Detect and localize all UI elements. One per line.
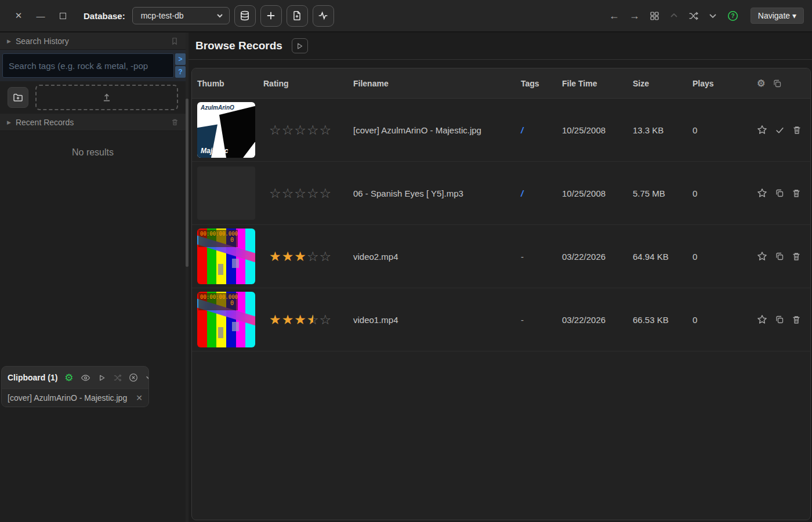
rating-star-icon[interactable]: ★☆ xyxy=(307,313,319,327)
eye-icon[interactable] xyxy=(81,373,90,383)
trash-icon[interactable] xyxy=(171,118,179,126)
maximize-window-icon[interactable] xyxy=(58,11,67,20)
help-icon[interactable]: ? xyxy=(727,10,738,21)
rating-star-icon[interactable]: ☆ xyxy=(320,187,332,200)
row-file-time: 10/25/2008 xyxy=(562,125,633,135)
back-arrow-icon[interactable]: ← xyxy=(609,10,619,22)
favorite-star-icon[interactable] xyxy=(757,188,767,198)
rating-stars: ☆☆☆☆☆ xyxy=(269,187,353,200)
column-header-filetime[interactable]: File Time xyxy=(562,79,633,88)
clipboard-header: Clipboard (1) ⚙ xyxy=(2,367,148,389)
column-header-plays[interactable]: Plays xyxy=(693,79,757,88)
rating-star-icon[interactable]: ☆ xyxy=(320,124,332,137)
copy-row-icon[interactable] xyxy=(775,188,784,198)
table-settings-icon[interactable]: ⚙ xyxy=(757,79,765,88)
grid-view-icon[interactable] xyxy=(650,11,659,21)
upload-icon xyxy=(102,92,112,103)
rating-star-icon[interactable]: ☆ xyxy=(307,187,319,200)
rating-star-icon[interactable]: ☆ xyxy=(269,124,281,137)
thumbnail-album-cover[interactable]: AzulmArinO Majestic xyxy=(197,102,255,158)
recent-records-header[interactable]: ▶ Recent Records xyxy=(0,114,186,131)
table-row[interactable]: ☆☆☆☆☆ 06 - Spanish Eyes [ Y5].mp3 / 10/2… xyxy=(192,162,810,225)
sidebar: ▶ Search History > ? ▶ Recent Records No… xyxy=(0,32,186,522)
row-tags[interactable]: - xyxy=(521,252,562,262)
rating-star-icon[interactable]: ★ xyxy=(269,250,281,263)
copied-check-icon[interactable] xyxy=(775,125,785,135)
rating-star-icon[interactable]: ☆ xyxy=(320,250,332,263)
column-header-thumb[interactable]: Thumb xyxy=(192,79,263,88)
close-window-icon[interactable]: ✕ xyxy=(14,11,23,20)
search-input[interactable] xyxy=(2,53,174,78)
database-icon xyxy=(240,10,250,21)
favorite-star-icon[interactable] xyxy=(757,125,767,135)
new-file-button[interactable] xyxy=(287,5,308,27)
favorite-star-icon[interactable] xyxy=(757,251,767,262)
row-filename[interactable]: video2.mp4 xyxy=(353,252,521,262)
rating-star-icon[interactable]: ★ xyxy=(294,313,306,327)
delete-row-icon[interactable] xyxy=(792,252,801,261)
rating-star-icon[interactable]: ★ xyxy=(282,250,294,263)
rating-star-icon[interactable]: ☆ xyxy=(307,250,319,263)
rating-star-icon[interactable]: ☆ xyxy=(294,187,306,200)
thumbnail-video-testpattern[interactable]: 00:00:00.000 0 xyxy=(197,229,255,284)
copy-columns-icon[interactable] xyxy=(773,79,782,88)
new-folder-button[interactable] xyxy=(8,87,28,108)
delete-row-icon[interactable] xyxy=(792,315,801,324)
rating-star-icon[interactable]: ☆ xyxy=(307,124,319,137)
clipboard-settings-icon[interactable]: ⚙ xyxy=(64,373,73,383)
chevron-down-icon[interactable] xyxy=(708,11,717,20)
thumbnail-video-testpattern[interactable]: 00:00:00.000 0 xyxy=(197,292,255,347)
timecode-overlay: 00:00:00.000 0 xyxy=(198,293,238,310)
table-row[interactable]: AzulmArinO Majestic ☆☆☆☆☆ [cover] AzulmA… xyxy=(192,99,810,162)
search-submit-button[interactable]: > xyxy=(175,53,186,65)
activity-button[interactable] xyxy=(313,5,334,27)
navigate-button[interactable]: Navigate ▾ xyxy=(751,8,804,24)
clipboard-item[interactable]: [cover] AzulmArinO - Majestic.jpg ✕ xyxy=(2,389,148,407)
column-header-filename[interactable]: Filename xyxy=(353,79,521,88)
row-filename[interactable]: [cover] AzulmArinO - Majestic.jpg xyxy=(353,125,521,135)
clear-clipboard-icon[interactable] xyxy=(129,373,138,382)
database-select[interactable]: mcp-test-db xyxy=(132,7,230,24)
copy-row-icon[interactable] xyxy=(775,315,784,324)
column-header-rating[interactable]: Rating xyxy=(263,79,353,88)
column-header-tags[interactable]: Tags xyxy=(521,79,562,88)
row-tags[interactable]: / xyxy=(521,188,562,198)
database-manage-button[interactable] xyxy=(234,5,256,27)
rating-star-icon[interactable]: ☆ xyxy=(320,313,332,327)
rating-star-icon[interactable]: ★ xyxy=(294,250,306,263)
minimize-window-icon[interactable]: — xyxy=(36,11,45,20)
bookmark-icon[interactable] xyxy=(171,37,179,45)
folder-plus-icon xyxy=(13,92,23,103)
search-history-header[interactable]: ▶ Search History xyxy=(0,32,186,50)
copy-row-icon[interactable] xyxy=(775,252,784,261)
row-filename[interactable]: 06 - Spanish Eyes [ Y5].mp3 xyxy=(353,188,521,198)
upload-dropzone[interactable] xyxy=(35,85,178,110)
delete-row-icon[interactable] xyxy=(792,188,801,198)
frame-number-text: 0 xyxy=(200,300,236,306)
table-row[interactable]: 00:00:00.000 0 ★★★★☆☆ video1.mp4 - 03/22… xyxy=(192,288,810,351)
rating-star-icon[interactable]: ★ xyxy=(282,313,294,327)
search-help-button[interactable]: ? xyxy=(175,66,186,78)
rating-star-icon[interactable]: ☆ xyxy=(294,124,306,137)
shuffle-icon[interactable] xyxy=(688,11,698,21)
row-tags[interactable]: / xyxy=(521,125,562,135)
thumbnail-placeholder[interactable] xyxy=(197,166,255,220)
column-header-size[interactable]: Size xyxy=(633,79,693,88)
rating-star-icon[interactable]: ☆ xyxy=(282,187,294,200)
rating-star-icon[interactable]: ☆ xyxy=(282,124,294,137)
favorite-star-icon[interactable] xyxy=(757,314,767,325)
chevron-up-icon[interactable] xyxy=(669,11,679,20)
delete-row-icon[interactable] xyxy=(792,125,802,135)
play-icon[interactable] xyxy=(97,374,106,382)
row-tags[interactable]: - xyxy=(521,315,562,325)
chevron-down-icon[interactable] xyxy=(145,374,149,382)
rating-star-icon[interactable]: ☆ xyxy=(269,187,281,200)
table-row[interactable]: 00:00:00.000 0 ★★★☆☆ video2.mp4 - 03/22/… xyxy=(192,225,810,288)
remove-item-icon[interactable]: ✕ xyxy=(136,393,143,403)
add-record-button[interactable] xyxy=(260,5,282,27)
rating-star-icon[interactable]: ★ xyxy=(269,313,281,327)
forward-arrow-icon[interactable]: → xyxy=(629,10,640,22)
shuffle-icon[interactable] xyxy=(113,374,122,382)
row-filename[interactable]: video1.mp4 xyxy=(353,315,521,325)
play-all-button[interactable] xyxy=(292,38,308,53)
